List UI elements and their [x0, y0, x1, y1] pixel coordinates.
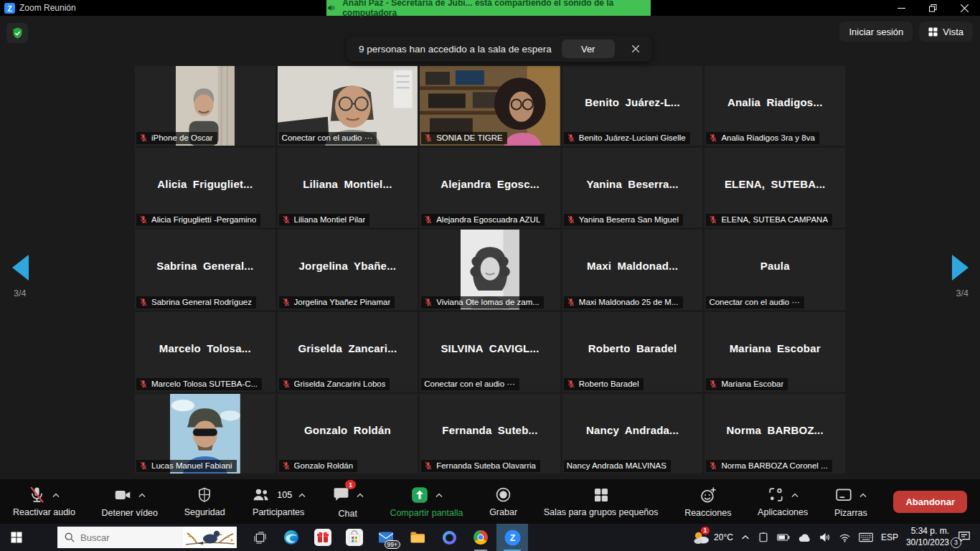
participant-name-label: Conectar con el audio ··· — [706, 296, 804, 309]
participant-tile[interactable]: Sabrina General... Sabrina General Rodrí… — [135, 230, 275, 309]
participant-tile[interactable]: Viviana Ote lomas de zam... — [420, 230, 560, 309]
unmute-button[interactable]: Reactivar audio — [13, 479, 75, 524]
participant-tile[interactable]: Analia Riadigos... Analia Riadigos 3ra y… — [705, 66, 845, 146]
restore-button[interactable] — [917, 0, 948, 16]
participant-display-name: Norma BARBOZ... — [727, 423, 824, 435]
tablet-mode-icon[interactable] — [758, 532, 769, 543]
close-button[interactable] — [948, 0, 980, 16]
participants-icon — [251, 486, 270, 504]
chat-button[interactable]: 1 Chat — [332, 479, 364, 524]
store-taskbar-icon[interactable] — [339, 524, 370, 551]
taskbar-search-box[interactable] — [57, 527, 237, 548]
whiteboards-button[interactable]: Pizarras — [834, 479, 867, 524]
touch-keyboard-icon[interactable] — [859, 532, 873, 542]
cortana-taskbar-icon[interactable] — [433, 524, 465, 551]
breakout-rooms-button[interactable]: Salas para grupos pequeños — [544, 479, 659, 524]
task-view-button[interactable] — [244, 524, 275, 551]
chevron-up-icon[interactable] — [52, 493, 60, 498]
reactions-button[interactable]: Reacciones — [684, 479, 731, 524]
participant-tile[interactable]: Fernanda Suteb... Fernanda Suteba Olavar… — [420, 394, 560, 474]
prev-page-button[interactable] — [12, 255, 29, 281]
participant-name-label: Conectar con el audio ··· — [279, 132, 377, 144]
edge-taskbar-icon[interactable] — [275, 524, 307, 551]
chrome-taskbar-icon[interactable] — [465, 524, 496, 551]
chevron-up-icon[interactable] — [298, 493, 306, 498]
participant-display-name: Maxi Maldonad... — [587, 260, 678, 272]
chevron-up-icon[interactable] — [791, 493, 798, 498]
mic-muted-icon — [28, 486, 46, 504]
dismiss-notification-button[interactable] — [625, 39, 646, 58]
share-screen-button[interactable]: Compartir pantalla — [390, 479, 463, 524]
onedrive-cloud-icon[interactable] — [798, 533, 811, 542]
participant-tile[interactable]: Paula Conectar con el audio ··· — [705, 230, 845, 309]
mic-muted-icon — [567, 298, 575, 306]
participant-display-name: Gonzalo Roldán — [304, 423, 391, 435]
view-button[interactable]: Vista — [919, 22, 973, 42]
network-icon[interactable] — [839, 532, 851, 542]
participant-tile[interactable]: Mariana Escobar Mariana Escobar — [705, 312, 845, 392]
mail-taskbar-icon[interactable]: 99+ — [370, 524, 402, 551]
participant-tile[interactable]: SILVINA CAVIGL... Conectar con el audio … — [420, 312, 560, 392]
participant-tile[interactable]: iPhone de Oscar — [135, 66, 275, 146]
language-indicator[interactable]: ESP — [881, 532, 898, 542]
participant-name-label: Analia Riadigos 3ra y 8va — [706, 132, 819, 144]
battery-icon[interactable] — [777, 533, 790, 542]
mic-muted-icon — [567, 380, 575, 388]
participant-tile[interactable]: Jorgelina Ybañe... Jorgelina Ybañez Pina… — [278, 230, 418, 309]
participant-name-label: Roberto Baradel — [564, 378, 644, 390]
participant-tile[interactable]: Lucas Manuel Fabiani — [135, 394, 275, 474]
chevron-up-icon[interactable] — [435, 493, 443, 498]
swirl-ring-icon — [441, 529, 458, 546]
participant-tile[interactable]: Conectar con el audio ··· — [278, 66, 418, 146]
start-button[interactable] — [0, 524, 33, 551]
view-waiting-room-button[interactable]: Ver — [562, 39, 615, 58]
participant-tile[interactable]: Alicia Frigugliet... Alicia Friguglietti… — [135, 148, 275, 227]
participant-tile[interactable]: Alejandra Egosc... Alejandra Egoscuadra … — [420, 148, 560, 227]
zoom-taskbar-icon[interactable]: Z — [496, 524, 528, 551]
participant-tile[interactable]: SONIA DE TIGRE — [420, 66, 560, 146]
participant-tile[interactable]: Maxi Maldonad... Maxi Maldonado 25 de M.… — [562, 230, 703, 309]
search-input[interactable] — [80, 532, 166, 543]
participant-name-label: Jorgelina Ybañez Pinamar — [279, 296, 395, 309]
participant-tile[interactable]: Marcelo Tolosa... Marcelo Tolosa SUTEBA-… — [135, 312, 275, 392]
participant-name-label: ELENA, SUTEBA CAMPANA — [706, 214, 832, 226]
next-page-button[interactable] — [952, 255, 969, 281]
mic-muted-icon — [567, 133, 575, 142]
participant-tile[interactable]: Gonzalo Roldán Gonzalo Roldán — [278, 394, 418, 474]
action-center-button[interactable]: 3 — [957, 530, 974, 545]
tray-chevron-up-icon[interactable] — [741, 534, 750, 540]
participant-tile[interactable]: Yanina Beserra... Yanina Beserra San Mig… — [562, 148, 703, 227]
gift-app-taskbar-icon[interactable] — [307, 524, 339, 551]
taskbar-clock[interactable]: 5:34 p. m. 30/10/2023 — [906, 526, 949, 548]
participant-tile[interactable]: Nancy Andrada... Nancy Andrada MALVINAS — [562, 394, 703, 474]
weather-tray-item[interactable]: 1 20°C — [692, 530, 733, 545]
minimize-button[interactable] — [885, 0, 917, 16]
apps-button[interactable]: Aplicaciones — [758, 479, 808, 524]
chevron-up-icon[interactable] — [138, 493, 146, 498]
title-bar: Z Zoom Reunión Anahí Paz - Secretaría de… — [0, 0, 980, 16]
participant-name-label: Nancy Andrada MALVINAS — [564, 460, 671, 472]
sign-in-button[interactable]: Iniciar sesión — [839, 22, 913, 42]
security-shield-button[interactable] — [6, 23, 28, 43]
grid-view-icon — [928, 27, 938, 37]
participant-tile[interactable]: Norma BARBOZ... Norma BARBOZA Coronel ..… — [705, 394, 845, 474]
volume-icon[interactable] — [819, 532, 831, 542]
security-button[interactable]: Seguridad — [184, 479, 225, 524]
leave-meeting-button[interactable]: Abandonar — [893, 491, 967, 513]
leave-meeting-label: Abandonar — [905, 496, 955, 507]
stop-video-button[interactable]: Detener vídeo — [101, 479, 158, 524]
page-indicator-right: 3/4 — [955, 288, 969, 298]
participant-tile[interactable]: Benito Juárez-L... Benito Juárez-Luciani… — [562, 66, 703, 146]
chevron-up-icon[interactable] — [859, 493, 867, 498]
weather-alert-badge: 1 — [701, 527, 710, 534]
participant-tile[interactable]: Griselda Zancari... Griselda Zancarini L… — [278, 312, 418, 392]
file-explorer-taskbar-icon[interactable] — [402, 524, 433, 551]
record-button[interactable]: Grabar — [489, 479, 517, 524]
participant-tile[interactable]: Roberto Baradel Roberto Baradel — [562, 312, 703, 392]
task-view-icon — [254, 532, 266, 544]
participant-tile[interactable]: ELENA, SUTEBA... ELENA, SUTEBA CAMPANA — [705, 148, 845, 227]
participant-tile[interactable]: Liliana Montiel... Liliana Montiel Pilar — [278, 148, 418, 227]
participants-button[interactable]: 105 Participantes — [251, 479, 306, 524]
chevron-up-icon[interactable] — [357, 493, 364, 498]
participant-display-name: Yanina Beserra... — [586, 178, 678, 190]
